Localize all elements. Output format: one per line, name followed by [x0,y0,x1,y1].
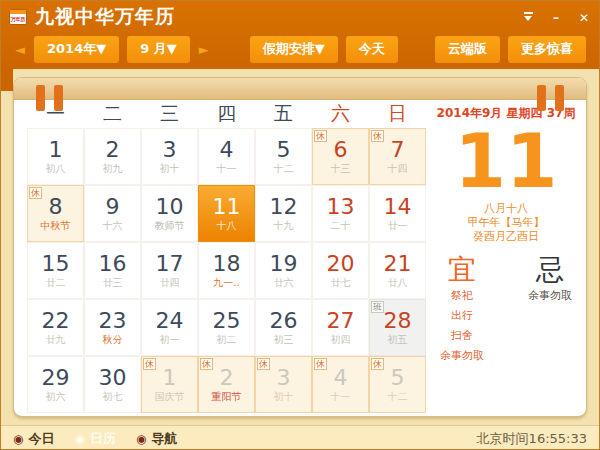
calendar-day-cell[interactable]: 24初一 [141,299,198,356]
binder-ring-icon [36,85,45,111]
year-dropdown-button[interactable]: 2014年▼ [34,36,119,63]
calendar-day-cell[interactable]: 休5十二 [369,356,426,413]
day-number: 2 [106,138,120,162]
calendar-day-cell[interactable]: 2初九 [84,128,141,185]
calendar-day-cell[interactable]: 1初八 [27,128,84,185]
calendar-day-cell[interactable]: 18九一.. [198,242,255,299]
day-number: 21 [384,252,412,276]
calendar-day-cell[interactable]: 9十六 [84,185,141,242]
holiday-schedule-button[interactable]: 假期安排▼ [250,36,338,63]
ji-title: 忌 [528,254,572,286]
day-lunar-label: 廿四 [160,277,180,289]
calendar-grid: 1初八2初九3初十4十一5十二休6十三休7十四休8中秋节9十六10教师节11十八… [27,128,426,413]
calendar-day-cell[interactable]: 22廿九 [27,299,84,356]
calendar-day-cell[interactable]: 27初四 [312,299,369,356]
calendar-day-cell[interactable]: 30初七 [84,356,141,413]
today-button[interactable]: 今天 [346,36,398,63]
day-number: 15 [42,252,70,276]
calendar-day-cell[interactable]: 15廿二 [27,242,84,299]
calendar-area: 一二三四五六日 1初八2初九3初十4十一5十二休6十三休7十四休8中秋节9十六1… [14,100,426,413]
calendar-day-cell[interactable]: 25初二 [198,299,255,356]
day-number: 20 [327,252,355,276]
prev-month-arrow-icon[interactable]: ◄ [14,43,26,56]
day-number: 14 [384,195,412,219]
calendar-day-cell[interactable]: 休8中秋节 [27,185,84,242]
calendar-day-cell[interactable]: 17廿四 [141,242,198,299]
day-number: 12 [270,195,298,219]
window-header: 万年历 九视中华万年历 – ✕ ◄ 2014年▼ 9 月▼ ► 假期安排▼ 今天… [1,1,599,69]
holiday-rest-badge: 休 [143,358,156,370]
titlebar: 万年历 九视中华万年历 – ✕ [1,1,599,29]
more-surprises-button[interactable]: 更多惊喜 [508,36,586,63]
statusbar-radio-item[interactable]: ◉导航 [136,430,177,448]
calendar-day-cell[interactable]: 14廿一 [369,185,426,242]
calendar-day-cell[interactable]: 休3初十 [255,356,312,413]
binder-ring-icon [555,85,564,111]
statusbar-radio-item[interactable]: ◉今日 [13,430,54,448]
calendar-day-cell[interactable]: 10教师节 [141,185,198,242]
day-number: 29 [42,366,70,390]
day-number: 11 [213,195,241,219]
calendar-day-cell[interactable]: 20廿七 [312,242,369,299]
holiday-rest-badge: 休 [200,358,213,370]
lunar-info-line: 癸酉月乙酉日 [426,230,586,244]
yi-item: 出行 [440,306,484,326]
day-lunar-label: 廿一 [388,220,408,232]
calendar-day-cell[interactable]: 班28初五 [369,299,426,356]
day-lunar-label: 初七 [103,391,123,403]
day-lunar-label: 廿三 [103,277,123,289]
close-button[interactable]: ✕ [579,12,589,24]
calendar-day-cell[interactable]: 11十八 [198,185,255,242]
calendar-day-cell[interactable]: 休1国庆节 [141,356,198,413]
calendar-day-cell[interactable]: 休2重阳节 [198,356,255,413]
calendar-day-cell[interactable]: 5十二 [255,128,312,185]
weekday-header: 二 [84,101,141,127]
calendar-day-cell[interactable]: 3初十 [141,128,198,185]
calendar-day-cell[interactable]: 休6十三 [312,128,369,185]
day-number: 18 [213,252,241,276]
yi-title: 宜 [440,254,484,286]
calendar-day-cell[interactable]: 29初六 [27,356,84,413]
day-number: 1 [49,138,63,162]
holiday-rest-badge: 休 [29,187,42,199]
radio-icon: ◉ [13,433,23,445]
calendar-day-cell[interactable]: 16廿三 [84,242,141,299]
month-dropdown-button[interactable]: 9 月▼ [127,36,190,63]
statusbar-radio-item[interactable]: ◉日历 [74,430,115,448]
calendar-day-cell[interactable]: 4十一 [198,128,255,185]
day-lunar-label: 初一 [160,334,180,346]
calendar-day-cell[interactable]: 26初三 [255,299,312,356]
calendar-day-cell[interactable]: 19廿六 [255,242,312,299]
day-number: 23 [99,309,127,333]
binder-ring-icon [537,85,546,111]
day-lunar-label: 教师节 [155,220,185,232]
day-lunar-label: 初五 [388,334,408,346]
day-lunar-label: 十四 [388,163,408,175]
day-lunar-label: 十二 [388,391,408,403]
calendar-day-cell[interactable]: 21廿八 [369,242,426,299]
beijing-time-clock: 北京时间16:55:33 [477,430,587,448]
cloud-version-button[interactable]: 云端版 [435,36,500,63]
skin-menu-icon[interactable] [524,12,533,21]
day-lunar-label: 初九 [103,163,123,175]
calendar-day-cell[interactable]: 13二十 [312,185,369,242]
lunar-info-line: 八月十八 [426,202,586,216]
next-month-arrow-icon[interactable]: ► [198,43,210,56]
day-lunar-label: 廿二 [46,277,66,289]
statusbar-item-label: 导航 [151,430,177,448]
calendar-day-cell[interactable]: 12十九 [255,185,312,242]
day-number: 27 [327,309,355,333]
yi-item: 扫舍 [440,326,484,346]
yi-item: 祭祀 [440,286,484,306]
day-number: 5 [277,138,291,162]
calendar-day-cell[interactable]: 休4十一 [312,356,369,413]
day-number: 10 [156,195,184,219]
minimize-button[interactable]: – [553,12,559,24]
calendar-day-cell[interactable]: 23秋分 [84,299,141,356]
header-corner-notch [1,69,13,91]
day-lunar-label: 十九 [274,220,294,232]
calendar-day-cell[interactable]: 休7十四 [369,128,426,185]
day-lunar-label: 十三 [331,163,351,175]
weekday-row: 一二三四五六日 [27,100,426,128]
day-lunar-label: 重阳节 [212,391,242,403]
